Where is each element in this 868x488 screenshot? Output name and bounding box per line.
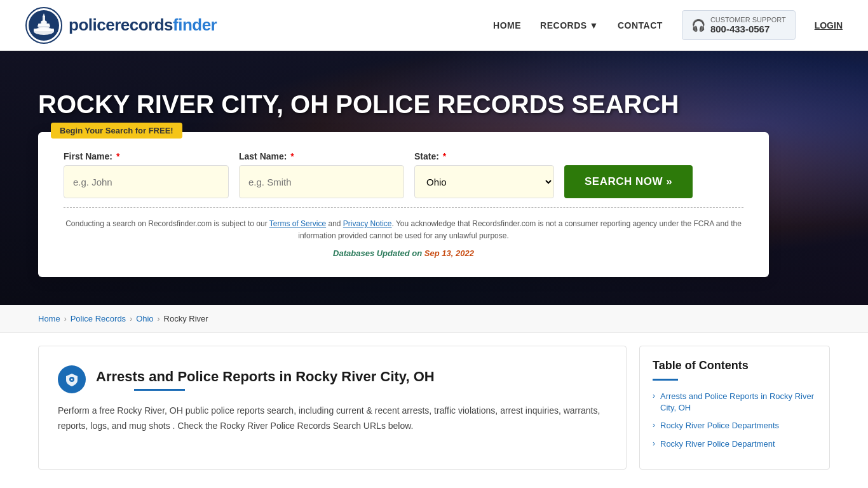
logo-icon <box>25 7 62 44</box>
toc-chevron: › <box>653 421 655 430</box>
breadcrumb: Home › Police Records › Ohio › Rocky Riv… <box>0 305 868 333</box>
toc-title: Table of Contents <box>653 359 817 372</box>
required-star: * <box>116 151 119 161</box>
toc-item: ›Rocky River Police Departments <box>653 420 817 431</box>
main-nav: HOME RECORDS ▼ CONTACT 🎧 CUSTOMER SUPPOR… <box>493 10 843 40</box>
logo[interactable]: policerecordsfinder <box>25 7 217 44</box>
toc-item: ›Rocky River Police Department <box>653 438 817 450</box>
nav-contact[interactable]: CONTACT <box>618 20 663 30</box>
state-select[interactable]: AlabamaAlaskaArizonaArkansasCaliforniaCo… <box>414 165 554 198</box>
dotted-separator <box>64 207 743 208</box>
required-star-3: * <box>443 151 446 161</box>
search-form: First Name: * Last Name: * State: * Alab… <box>64 151 743 198</box>
tos-link[interactable]: Terms of Service <box>269 219 326 228</box>
breadcrumb-ohio[interactable]: Ohio <box>136 314 153 323</box>
chevron-down-icon: ▼ <box>590 20 599 30</box>
table-of-contents: Table of Contents ›Arrests and Police Re… <box>639 346 830 470</box>
hero-title: ROCKY RIVER CITY, OH POLICE RECORDS SEAR… <box>38 89 679 119</box>
breadcrumb-police-records[interactable]: Police Records <box>71 314 126 323</box>
state-group: State: * AlabamaAlaskaArizonaArkansasCal… <box>414 151 554 198</box>
nav-records[interactable]: RECORDS ▼ <box>540 20 599 30</box>
first-name-label: First Name: * <box>64 151 229 161</box>
first-name-group: First Name: * <box>64 151 229 198</box>
free-badge: Begin Your Search for FREE! <box>51 123 182 139</box>
privacy-link[interactable]: Privacy Notice <box>343 219 392 228</box>
toc-link[interactable]: Arrests and Police Reports in Rocky Rive… <box>660 391 817 414</box>
chevron-icon-1: › <box>64 315 67 323</box>
nav-home[interactable]: HOME <box>493 20 521 30</box>
db-updated: Databases Updated on Sep 13, 2022 <box>64 248 743 258</box>
toc-list: ›Arrests and Police Reports in Rocky Riv… <box>653 391 817 450</box>
shield-star-icon <box>65 372 79 386</box>
last-name-label: Last Name: * <box>239 151 404 161</box>
last-name-input[interactable] <box>239 165 404 198</box>
support-number: 800-433-0567 <box>710 24 786 34</box>
search-box: Begin Your Search for FREE! First Name: … <box>38 132 769 277</box>
chevron-icon-2: › <box>130 315 132 323</box>
article-title-group: Arrests and Police Reports in Rocky Rive… <box>96 369 435 391</box>
hero-section: ROCKY RIVER CITY, OH POLICE RECORDS SEAR… <box>0 51 868 305</box>
title-underline <box>134 389 185 391</box>
first-name-input[interactable] <box>64 165 229 198</box>
breadcrumb-rocky-river: Rocky River <box>164 314 208 323</box>
main-content: Arrests and Police Reports in Rocky Rive… <box>0 333 868 482</box>
search-disclaimer: Conducting a search on Recordsfinder.com… <box>64 218 743 242</box>
chevron-icon-3: › <box>158 315 160 323</box>
content-left: Arrests and Police Reports in Rocky Rive… <box>38 346 627 470</box>
login-button[interactable]: LOGIN <box>815 20 843 30</box>
support-label: CUSTOMER SUPPORT <box>710 16 786 24</box>
article-header: Arrests and Police Reports in Rocky Rive… <box>58 365 607 393</box>
support-info: CUSTOMER SUPPORT 800-433-0567 <box>710 16 786 34</box>
article-body: Perform a free Rocky River, OH public po… <box>58 403 607 434</box>
required-star-2: * <box>290 151 294 161</box>
site-header: policerecordsfinder HOME RECORDS ▼ CONTA… <box>0 0 868 51</box>
search-button[interactable]: SEARCH NOW » <box>564 165 693 198</box>
state-label: State: * <box>414 151 554 161</box>
svg-rect-8 <box>43 16 45 22</box>
toc-link[interactable]: Rocky River Police Departments <box>660 420 779 431</box>
toc-chevron: › <box>653 439 655 448</box>
article-title: Arrests and Police Reports in Rocky Rive… <box>96 369 435 385</box>
toc-link[interactable]: Rocky River Police Department <box>660 438 775 450</box>
toc-divider <box>653 379 678 381</box>
logo-text: policerecordsfinder <box>69 15 217 35</box>
toc-chevron: › <box>653 391 655 400</box>
breadcrumb-home[interactable]: Home <box>38 314 60 323</box>
headset-icon: 🎧 <box>691 18 705 32</box>
last-name-group: Last Name: * <box>239 151 404 198</box>
badge-icon <box>58 365 86 393</box>
toc-item: ›Arrests and Police Reports in Rocky Riv… <box>653 391 817 414</box>
customer-support-box[interactable]: 🎧 CUSTOMER SUPPORT 800-433-0567 <box>682 10 796 40</box>
